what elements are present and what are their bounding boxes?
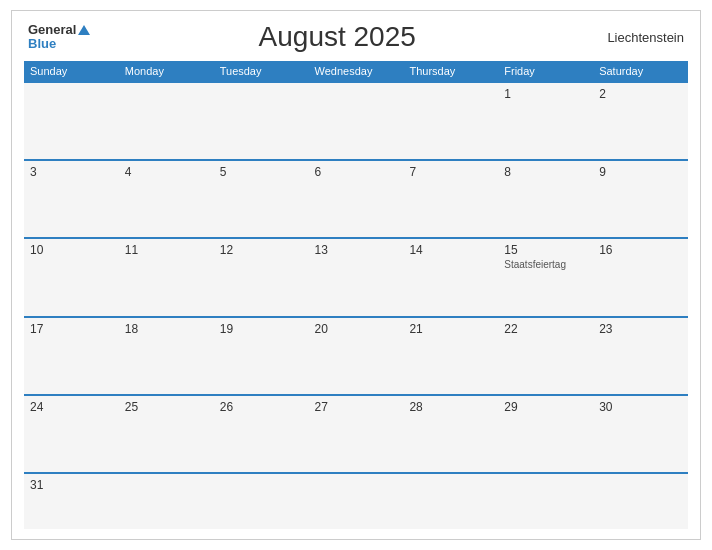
day-number: 25: [125, 400, 208, 414]
day-cell: 5: [214, 161, 309, 237]
day-number: 19: [220, 322, 303, 336]
day-number: 17: [30, 322, 113, 336]
day-cell: [119, 83, 214, 159]
day-number: 23: [599, 322, 682, 336]
week-row: 17181920212223: [24, 316, 688, 394]
day-cell: 15Staatsfeiertag: [498, 239, 593, 315]
day-cell: 22: [498, 318, 593, 394]
day-cell: 13: [309, 239, 404, 315]
logo-triangle-icon: [78, 25, 90, 35]
day-cell: 21: [403, 318, 498, 394]
day-cell: 23: [593, 318, 688, 394]
day-number: 2: [599, 87, 682, 101]
logo-general-text: General: [28, 23, 90, 37]
day-cell: 10: [24, 239, 119, 315]
day-cell: [403, 83, 498, 159]
day-cell: 31: [24, 474, 119, 529]
day-number: 3: [30, 165, 113, 179]
day-header-wednesday: Wednesday: [309, 61, 404, 81]
day-number: 27: [315, 400, 398, 414]
day-cell: 18: [119, 318, 214, 394]
day-header-monday: Monday: [119, 61, 214, 81]
day-event: Staatsfeiertag: [504, 259, 587, 270]
day-cell: 20: [309, 318, 404, 394]
week-row: 24252627282930: [24, 394, 688, 472]
day-headers-row: SundayMondayTuesdayWednesdayThursdayFrid…: [24, 61, 688, 81]
day-number: 13: [315, 243, 398, 257]
country-label: Liechtenstein: [584, 30, 684, 45]
day-number: 21: [409, 322, 492, 336]
day-number: 30: [599, 400, 682, 414]
weeks-container: 123456789101112131415Staatsfeiertag16171…: [24, 81, 688, 529]
day-cell: 1: [498, 83, 593, 159]
logo: General Blue: [28, 23, 90, 52]
day-header-saturday: Saturday: [593, 61, 688, 81]
day-cell: [309, 474, 404, 529]
day-cell: 7: [403, 161, 498, 237]
day-number: 6: [315, 165, 398, 179]
day-number: 4: [125, 165, 208, 179]
day-number: 12: [220, 243, 303, 257]
logo-blue-text: Blue: [28, 37, 90, 51]
day-cell: [498, 474, 593, 529]
day-cell: [309, 83, 404, 159]
week-row: 12: [24, 81, 688, 159]
day-cell: 11: [119, 239, 214, 315]
day-number: 31: [30, 478, 113, 492]
day-cell: 26: [214, 396, 309, 472]
day-header-thursday: Thursday: [403, 61, 498, 81]
day-header-tuesday: Tuesday: [214, 61, 309, 81]
day-number: 22: [504, 322, 587, 336]
day-cell: 16: [593, 239, 688, 315]
day-number: 5: [220, 165, 303, 179]
day-cell: [119, 474, 214, 529]
week-row: 101112131415Staatsfeiertag16: [24, 237, 688, 315]
day-cell: [24, 83, 119, 159]
day-header-friday: Friday: [498, 61, 593, 81]
day-cell: [403, 474, 498, 529]
week-row: 3456789: [24, 159, 688, 237]
day-cell: 24: [24, 396, 119, 472]
day-cell: 3: [24, 161, 119, 237]
calendar-title: August 2025: [90, 21, 584, 53]
day-number: 28: [409, 400, 492, 414]
day-cell: 25: [119, 396, 214, 472]
day-number: 14: [409, 243, 492, 257]
day-cell: 17: [24, 318, 119, 394]
day-number: 24: [30, 400, 113, 414]
day-number: 26: [220, 400, 303, 414]
day-cell: 27: [309, 396, 404, 472]
day-cell: [214, 474, 309, 529]
calendar-grid: SundayMondayTuesdayWednesdayThursdayFrid…: [24, 61, 688, 529]
day-cell: 19: [214, 318, 309, 394]
day-number: 11: [125, 243, 208, 257]
calendar-header: General Blue August 2025 Liechtenstein: [24, 21, 688, 53]
day-number: 10: [30, 243, 113, 257]
day-number: 20: [315, 322, 398, 336]
day-number: 7: [409, 165, 492, 179]
day-cell: [214, 83, 309, 159]
day-cell: 12: [214, 239, 309, 315]
day-number: 16: [599, 243, 682, 257]
day-number: 15: [504, 243, 587, 257]
day-number: 18: [125, 322, 208, 336]
day-cell: [593, 474, 688, 529]
day-number: 9: [599, 165, 682, 179]
day-cell: 9: [593, 161, 688, 237]
day-cell: 28: [403, 396, 498, 472]
calendar-container: General Blue August 2025 Liechtenstein S…: [11, 10, 701, 540]
day-cell: 30: [593, 396, 688, 472]
day-cell: 2: [593, 83, 688, 159]
day-header-sunday: Sunday: [24, 61, 119, 81]
day-number: 29: [504, 400, 587, 414]
week-row: 31: [24, 472, 688, 529]
day-cell: 6: [309, 161, 404, 237]
day-cell: 29: [498, 396, 593, 472]
day-number: 1: [504, 87, 587, 101]
day-cell: 8: [498, 161, 593, 237]
day-cell: 4: [119, 161, 214, 237]
day-cell: 14: [403, 239, 498, 315]
day-number: 8: [504, 165, 587, 179]
